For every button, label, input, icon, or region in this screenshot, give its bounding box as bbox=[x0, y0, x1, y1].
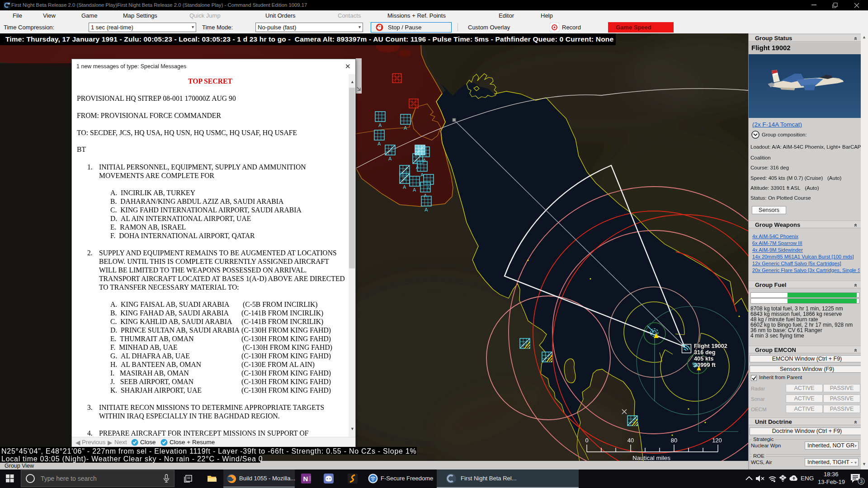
svg-text:3: 3 bbox=[860, 479, 863, 484]
svg-text:316 deg: 316 deg bbox=[694, 349, 716, 356]
svg-text:40: 40 bbox=[627, 437, 634, 444]
svg-text:405 kts: 405 kts bbox=[694, 355, 713, 362]
svg-text:120: 120 bbox=[712, 437, 722, 444]
svg-text:Flight 19002: Flight 19002 bbox=[694, 343, 727, 349]
svg-text:80: 80 bbox=[671, 437, 677, 444]
svg-text:N: N bbox=[303, 475, 308, 483]
svg-text:0: 0 bbox=[585, 437, 588, 444]
svg-text:Nautical miles: Nautical miles bbox=[632, 455, 670, 461]
